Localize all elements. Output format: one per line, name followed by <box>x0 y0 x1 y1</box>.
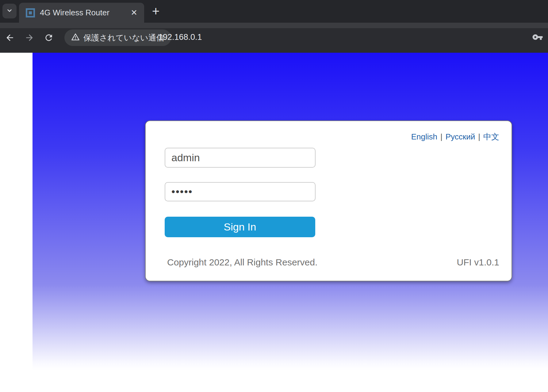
card-footer: Copyright 2022, All Rights Reserved. UFI… <box>167 257 499 268</box>
router-favicon-icon <box>26 8 35 17</box>
tab-search-button[interactable] <box>2 4 17 18</box>
tab-band <box>0 23 548 28</box>
reload-button[interactable] <box>44 33 54 43</box>
security-chip[interactable]: 保護されていない通信 <box>64 29 171 46</box>
back-button[interactable] <box>5 33 15 43</box>
url-text[interactable]: 192.168.0.1 <box>158 32 202 42</box>
username-input[interactable] <box>165 148 316 168</box>
warning-icon <box>71 33 80 43</box>
password-input[interactable] <box>165 182 316 201</box>
language-switcher: English|Русский|中文 <box>411 131 499 142</box>
tab-close-icon[interactable]: ✕ <box>129 8 139 17</box>
password-key-icon[interactable] <box>532 32 543 43</box>
language-link-chinese[interactable]: 中文 <box>483 132 499 141</box>
copyright-text: Copyright 2022, All Rights Reserved. <box>167 257 317 268</box>
version-text: UFI v1.0.1 <box>457 257 499 268</box>
tab-title: 4G Wireless Router <box>40 8 129 17</box>
new-tab-button[interactable]: + <box>148 4 163 19</box>
login-card: English|Русский|中文 Sign In Copyright 202… <box>145 120 512 281</box>
tab-strip: 4G Wireless Router ✕ + <box>0 0 548 23</box>
browser-toolbar: 保護されていない通信 192.168.0.1 <box>0 28 548 53</box>
chevron-down-icon <box>6 6 13 16</box>
sign-in-button[interactable]: Sign In <box>165 217 315 237</box>
active-tab[interactable]: 4G Wireless Router ✕ <box>19 3 144 23</box>
language-separator: | <box>440 132 443 141</box>
language-link-english[interactable]: English <box>411 132 437 141</box>
forward-button[interactable] <box>25 33 34 43</box>
language-separator: | <box>478 132 480 141</box>
security-chip-label: 保護されていない通信 <box>83 32 164 43</box>
language-link-russian[interactable]: Русский <box>446 132 475 141</box>
